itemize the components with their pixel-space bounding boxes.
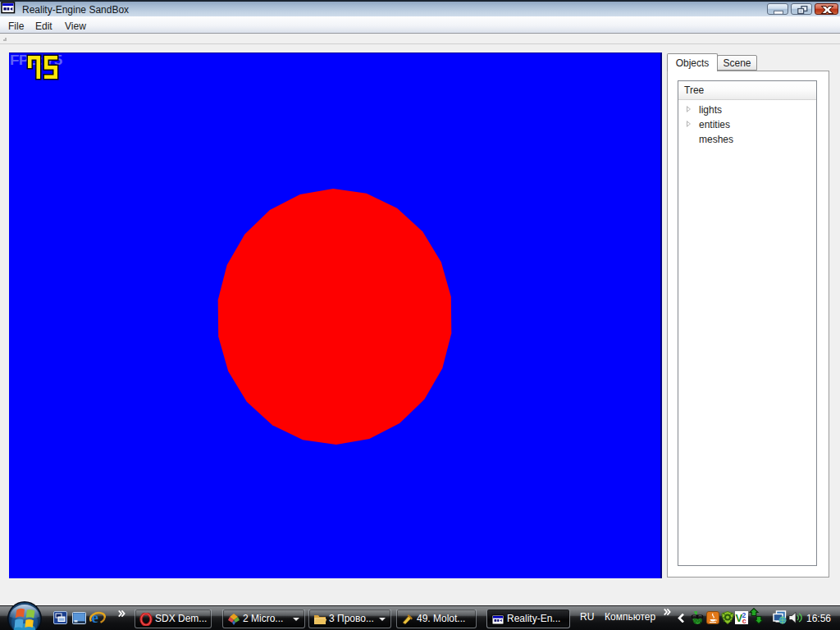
svg-text:c: c xyxy=(742,617,746,624)
svg-text:e: e xyxy=(92,609,98,626)
